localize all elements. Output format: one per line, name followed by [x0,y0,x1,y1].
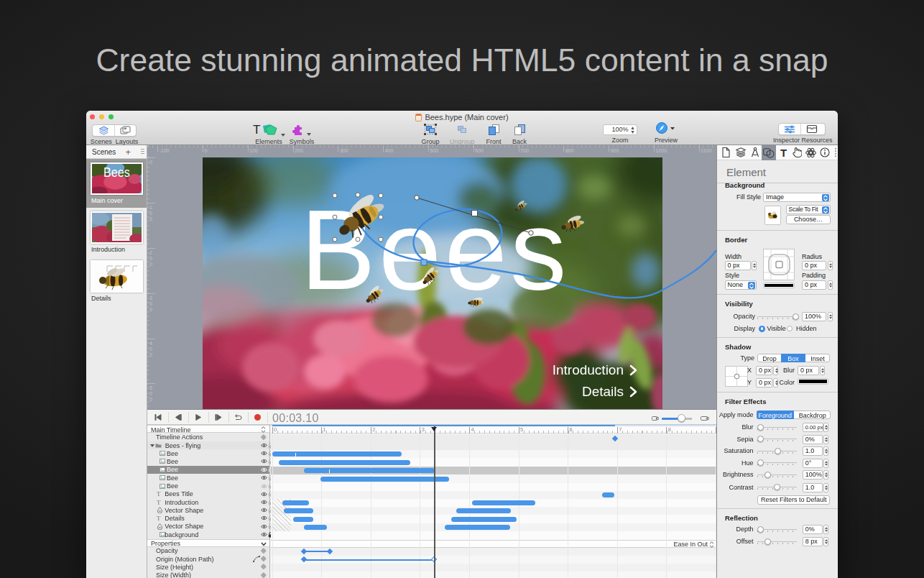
svg-text:Bees: Bees [103,166,130,180]
svg-text:T: T [253,123,260,137]
